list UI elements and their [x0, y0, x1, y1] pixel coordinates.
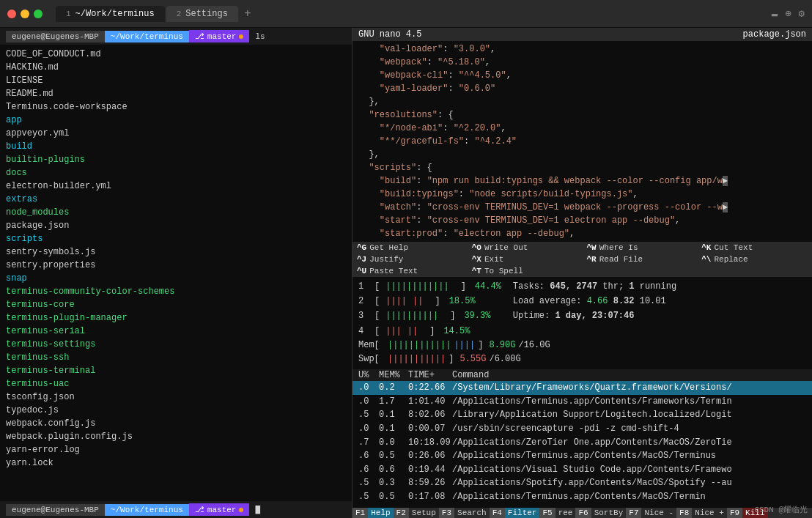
- nano-line: "*/node-abi": "^2.20.0",: [358, 122, 806, 135]
- tab-bar: 1 ~/Work/terminus 2 Settings +: [56, 6, 766, 22]
- bottom-prompt-user: eugene@Eugenes-MBP: [6, 504, 105, 516]
- nano-content[interactable]: "val-loader": "3.0.0", "webpack": "^5.18…: [353, 41, 812, 242]
- list-item: docs: [6, 166, 346, 180]
- shortcut-to-spell[interactable]: ^T To Spell: [468, 265, 583, 277]
- new-tab-button[interactable]: +: [240, 6, 256, 22]
- shortcut-get-help[interactable]: ^G Get Help: [353, 242, 468, 254]
- list-item: appveyor.yml: [6, 127, 346, 140]
- process-row[interactable]: .6 0.6 0:19.44 /Applications/Visual Stud…: [353, 463, 812, 477]
- process-row[interactable]: .5 0.1 8:02.06 /Library/Application Supp…: [353, 408, 812, 422]
- bottom-cursor: █: [249, 504, 266, 516]
- shortcut-replace[interactable]: ^\ Replace: [697, 254, 812, 265]
- process-header: U% MEM% TIME+ Command: [353, 369, 812, 381]
- terminal-top-prompt: eugene@Eugenes-MBP ~/Work/terminus ⎇ mas…: [0, 28, 352, 45]
- htop-footer: F1 Help F2 Setup F3 Search F4 Filter F5: [353, 508, 812, 518]
- process-row[interactable]: .5 0.3 8:59.26 /Applications/Spotify.app…: [353, 476, 812, 490]
- list-item: terminus-settings: [6, 338, 346, 351]
- shortcut-exit[interactable]: ^X Exit: [468, 254, 583, 265]
- list-item: terminus-terminal: [6, 364, 346, 377]
- nano-line: "scripts": {: [358, 161, 806, 174]
- htop-section: 1 [|||||||||||| ] 44.4% 2 [|||||| ] 18.5…: [353, 277, 812, 518]
- list-item: package.json: [6, 219, 346, 232]
- list-item: terminus-serial: [6, 325, 346, 338]
- footer-f6[interactable]: F6 SortBy: [575, 508, 626, 518]
- tab-settings[interactable]: 2 Settings: [166, 6, 238, 22]
- process-row[interactable]: .7 0.0 10:18.09 /Applications/ZeroTier O…: [353, 436, 812, 450]
- process-list: .0 0.2 0:22.66 /System/Library/Framework…: [353, 381, 812, 508]
- tab-label-1: ~/Work/terminus: [75, 9, 155, 19]
- main-content: eugene@Eugenes-MBP ~/Work/terminus ⎇ mas…: [0, 28, 812, 518]
- nano-line: },: [358, 95, 806, 108]
- process-row[interactable]: .0 0.2 0:22.66 /System/Library/Framework…: [353, 381, 812, 395]
- footer-f5[interactable]: F5 ree: [539, 508, 575, 518]
- terminal-bottom-prompt: eugene@Eugenes-MBP ~/Work/terminus ⎇ mas…: [0, 501, 352, 518]
- list-item: terminus-ssh: [6, 351, 346, 364]
- right-panel: GNU nano 4.5 package.json "val-loader": …: [353, 28, 812, 518]
- list-item: CODE_OF_CONDUCT.md: [6, 48, 346, 61]
- col-mem: MEM%: [379, 370, 408, 380]
- tab-terminal[interactable]: 1 ~/Work/terminus: [56, 6, 165, 22]
- list-item: tsconfig.json: [6, 391, 346, 404]
- nano-line: "build:typings": "node scripts/build-typ…: [358, 188, 806, 201]
- titlebar: 1 ~/Work/terminus 2 Settings + ▬ ⊕ ⚙: [0, 0, 812, 28]
- close-button[interactable]: [7, 10, 16, 18]
- settings-icon[interactable]: ⚙: [799, 7, 805, 20]
- nano-line: "start:prod": "electron app --debug",: [358, 227, 806, 240]
- tab-label-2: Settings: [185, 9, 228, 19]
- nano-line: "val-loader": "3.0.0",: [358, 42, 806, 56]
- traffic-lights: [7, 10, 43, 18]
- minimize-button[interactable]: [21, 10, 29, 18]
- footer-f2[interactable]: F2 Setup: [394, 508, 439, 518]
- list-item: README.md: [6, 87, 346, 100]
- nano-line: "resolutions": {: [358, 108, 806, 122]
- footer-f7[interactable]: F7 Nice -: [626, 508, 676, 518]
- prompt-command: ls: [249, 31, 270, 42]
- footer-f3[interactable]: F3 Search: [439, 508, 490, 518]
- footer-f4[interactable]: F4 Filter: [490, 508, 540, 518]
- footer-f8[interactable]: F8 Nice +: [676, 508, 727, 518]
- shortcut-paste-text[interactable]: ^U Paste Text: [353, 265, 468, 277]
- nano-line: "yaml-loader": "0.6.0": [358, 82, 806, 95]
- shortcut-read-file[interactable]: ^R Read File: [583, 254, 698, 265]
- nano-line: },: [358, 148, 806, 161]
- process-row[interactable]: .6 0.5 0:26.06 /Applications/Terminus.ap…: [353, 449, 812, 463]
- cpu-row-1: 1 [|||||||||||| ] 44.4%: [358, 280, 501, 294]
- cpu-row-4: 4 [||||| ] 14.5%: [358, 325, 501, 338]
- watermark: CSDN @耀临光: [754, 504, 808, 515]
- bottom-prompt-branch: ⎇ master: [189, 503, 250, 516]
- maximize-button[interactable]: [34, 10, 43, 18]
- branch-dot: [239, 34, 243, 39]
- prompt-branch: ⎇ master: [189, 30, 250, 42]
- list-item: yarn-error.log: [6, 443, 346, 456]
- list-item: scripts: [6, 232, 346, 245]
- cpu-row-2: 2 [|||||| ] 18.5%: [358, 295, 501, 308]
- shortcut-where-is[interactable]: ^W Where Is: [583, 242, 698, 254]
- nano-line: "start": "cross-env TERMINUS_DEV=1 elect…: [358, 214, 806, 227]
- branch-dot-2: [239, 508, 243, 512]
- col-u: U%: [358, 370, 379, 380]
- list-item: terminus-core: [6, 298, 346, 311]
- globe-icon[interactable]: ⊕: [785, 7, 791, 20]
- prompt-path: ~/Work/terminus: [105, 31, 189, 42]
- htop-load: Load average: 4.66 8.32 10.01: [513, 295, 676, 308]
- shortcut-write-out[interactable]: ^O Write Out: [468, 242, 583, 254]
- process-row[interactable]: .0 0.1 0:00.07 /usr/sbin/screencapture -…: [353, 422, 812, 436]
- col-time: TIME+: [408, 370, 452, 380]
- list-item: build: [6, 140, 346, 153]
- shortcut-justify[interactable]: ^J Justify: [353, 254, 468, 265]
- list-item: webpack.config.js: [6, 417, 346, 430]
- nano-line: "**/graceful-fs": "^4.2.4": [358, 135, 806, 148]
- list-item: typedoc.js: [6, 404, 346, 417]
- footer-f1[interactable]: F1 Help: [353, 508, 394, 518]
- list-item: terminus-community-color-schemes: [6, 285, 346, 298]
- process-row[interactable]: .5 0.5 0:17.08 /Applications/Terminus.ap…: [353, 490, 812, 504]
- window-icon[interactable]: ▬: [772, 8, 778, 20]
- shortcut-cut-text[interactable]: ^K Cut Text: [697, 242, 812, 254]
- list-item: snap: [6, 272, 346, 285]
- list-item: extras: [6, 193, 346, 206]
- list-item: webpack.plugin.config.js: [6, 430, 346, 443]
- nano-line: "watch": "cross-env TERMINUS_DEV=1 webpa…: [358, 201, 806, 214]
- nano-header: GNU nano 4.5 package.json: [353, 28, 812, 41]
- htop-uptime: Uptime: 1 day, 23:07:46: [513, 309, 676, 323]
- process-row[interactable]: .0 1.7 1:01.40 /Applications/Terminus.ap…: [353, 395, 812, 409]
